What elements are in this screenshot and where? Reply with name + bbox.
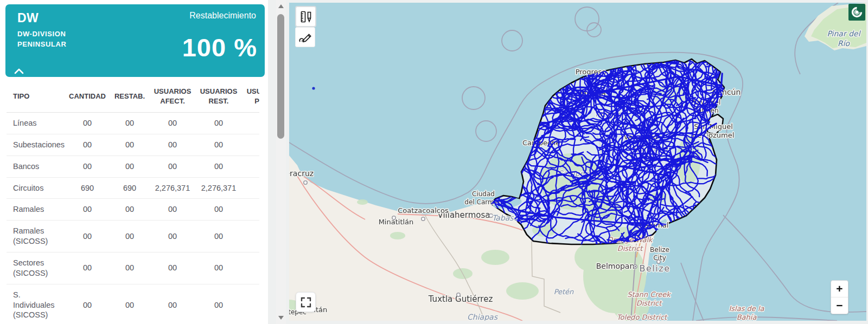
table-row: Líneas0000000000: [7, 113, 259, 134]
scrollbar-thumb[interactable]: [277, 14, 284, 139]
row-label: Ramales (SICOSS): [7, 221, 65, 252]
row-value: 690: [65, 177, 110, 199]
draw-tool-button[interactable]: [295, 27, 315, 47]
row-value: 00: [65, 221, 110, 252]
row-value: 00: [150, 134, 195, 155]
row-value: 00: [242, 199, 259, 221]
row-value: 00: [110, 113, 150, 134]
row-label: S. Individuales (SICOSS): [7, 284, 65, 324]
row-value: 00: [195, 134, 242, 155]
restoration-label: Restablecimiento: [189, 11, 256, 21]
row-value: 00: [150, 284, 195, 324]
row-value: 00: [110, 284, 150, 324]
row-value: 00: [195, 252, 242, 284]
column-header: RESTAB.: [110, 79, 150, 113]
map-label: Belize: [640, 263, 671, 274]
row-label: Circuitos: [7, 177, 65, 199]
row-value: 00: [150, 113, 195, 134]
row-label: Líneas: [7, 113, 65, 134]
row-value: 00: [110, 221, 150, 252]
table-row: Ramales (SICOSS)0000000000: [7, 221, 259, 252]
table-row: Subestaciones0000000000: [7, 134, 259, 155]
swirl-logo-icon: [848, 4, 865, 21]
row-label: Bancos: [7, 155, 65, 177]
row-label: Subestaciones: [7, 134, 65, 155]
row-value: 00: [65, 155, 110, 177]
map-svg[interactable]: ProgresoMéridaCampecheValladolidCancúnPl…: [289, 3, 866, 321]
row-value: 00: [65, 284, 110, 324]
row-value: 00: [242, 177, 259, 199]
map-label: Minatitlán: [379, 218, 414, 226]
row-value: 2,276,371: [195, 177, 242, 199]
zoom-out-button[interactable]: −: [831, 297, 848, 314]
restoration-table-container: TIPOCANTIDADRESTAB.USUARIOS AFECT.USUARI…: [7, 79, 259, 324]
scrollbar-down-arrow-icon[interactable]: [278, 316, 284, 320]
row-value: 00: [195, 155, 242, 177]
table-row: Sectores (SICOSS)0000000000: [7, 252, 259, 284]
zoom-controls: + −: [831, 280, 848, 314]
pencil-draw-icon: [298, 30, 312, 44]
row-value: 00: [110, 155, 150, 177]
column-header: USUARIOS AFECT.: [150, 79, 195, 113]
row-value: 00: [195, 284, 242, 324]
row-value: 00: [65, 199, 110, 221]
row-value: 2,276,371: [150, 177, 195, 199]
restoration-table: TIPOCANTIDADRESTAB.USUARIOS AFECT.USUARI…: [7, 79, 259, 324]
scrollbar-up-arrow-icon[interactable]: [278, 4, 284, 8]
table-row: Bancos0000000000: [7, 155, 259, 177]
division-header-card: DW DW-DIVISION PENINSULAR Restablecimien…: [5, 4, 265, 77]
row-value: 00: [242, 221, 259, 252]
row-value: 00: [110, 199, 150, 221]
restoration-panel: DW DW-DIVISION PENINSULAR Restablecimien…: [0, 0, 268, 324]
column-header: USUARIOS REST.: [195, 79, 242, 113]
row-value: 00: [242, 252, 259, 284]
column-header: CANTIDAD: [65, 79, 110, 113]
row-value: 00: [150, 221, 195, 252]
fullscreen-button[interactable]: [296, 292, 316, 312]
ruler-pen-icon: [299, 10, 312, 23]
table-row: Ramales0000000000: [7, 199, 259, 221]
row-value: 00: [242, 113, 259, 134]
column-header: TIPO: [7, 79, 65, 113]
row-value: 00: [150, 199, 195, 221]
row-value: 00: [242, 134, 259, 155]
row-value: 00: [195, 113, 242, 134]
row-label: Ramales: [7, 199, 65, 221]
column-header: USUARIOS PEND.: [242, 79, 259, 113]
row-value: 00: [150, 252, 195, 284]
table-header-row: TIPOCANTIDADRESTAB.USUARIOS AFECT.USUARI…: [7, 79, 259, 113]
row-value: 690: [110, 177, 150, 199]
fullscreen-icon: [301, 297, 311, 308]
dashboard-screen: DW DW-DIVISION PENINSULAR Restablecimien…: [0, 0, 868, 324]
map-label: Chiapas: [467, 313, 499, 321]
division-code: DW: [17, 11, 39, 25]
restoration-percent: 100 %: [182, 33, 257, 62]
row-value: 00: [110, 252, 150, 284]
division-name: DW-DIVISION PENINSULAR: [17, 29, 67, 50]
table-row: Circuitos6906902,276,3712,276,37100: [7, 177, 259, 199]
panel-scrollbar[interactable]: [276, 0, 286, 324]
row-value: 00: [195, 221, 242, 252]
row-value: 00: [65, 134, 110, 155]
zoom-in-button[interactable]: +: [831, 281, 848, 297]
map-label: Petén: [554, 288, 574, 296]
map-canvas[interactable]: ProgresoMéridaCampecheValladolidCancúnPl…: [289, 3, 866, 321]
row-value: 00: [110, 134, 150, 155]
geo-logo-button[interactable]: [848, 4, 865, 21]
map-label: Veracruz: [289, 169, 314, 178]
table-row: S. Individuales (SICOSS)0000000000: [7, 284, 259, 324]
measure-tool-button[interactable]: [295, 6, 316, 27]
row-value: 00: [242, 284, 259, 324]
row-value: 00: [65, 252, 110, 284]
isolated-network-dot: [312, 87, 315, 89]
row-value: 00: [65, 113, 110, 134]
collapse-chevron-up-icon[interactable]: [14, 67, 24, 74]
map-label: Toledo District: [617, 313, 668, 321]
map-label: Coatzacoalcos: [398, 206, 449, 215]
map-label: Belmopan: [596, 262, 635, 270]
row-label: Sectores (SICOSS): [7, 252, 65, 284]
row-value: 00: [242, 155, 259, 177]
row-value: 00: [195, 199, 242, 221]
row-value: 00: [150, 155, 195, 177]
